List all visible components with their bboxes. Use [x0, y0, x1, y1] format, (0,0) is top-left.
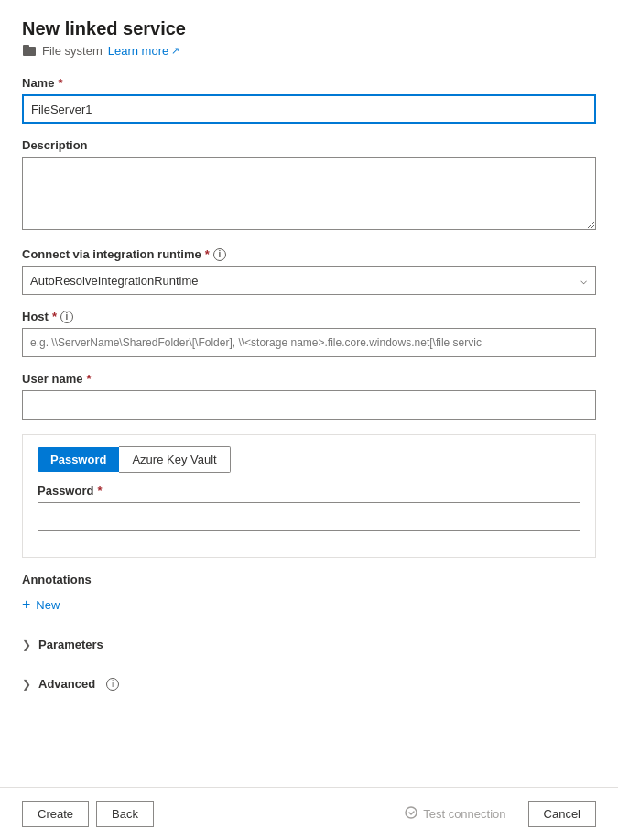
annotations-section: Annotations + New [22, 573, 596, 616]
username-label: User name * [22, 372, 596, 386]
integration-runtime-select-wrapper: AutoResolveIntegrationRuntime ⌵ [22, 266, 596, 295]
description-label: Description [22, 138, 596, 152]
username-required: * [86, 372, 91, 386]
back-button[interactable]: Back [96, 801, 154, 827]
new-annotation-button[interactable]: + New [22, 594, 60, 616]
name-input[interactable] [22, 94, 596, 124]
username-input[interactable] [22, 390, 596, 420]
subtitle-row: File system Learn more ↗ [22, 43, 596, 58]
cancel-button[interactable]: Cancel [528, 801, 596, 827]
password-input[interactable] [38, 502, 580, 531]
advanced-chevron-icon: ❯ [22, 678, 31, 691]
parameters-section: ❯ Parameters [22, 630, 596, 659]
description-group: Description [22, 138, 596, 233]
annotations-label: Annotations [22, 573, 596, 586]
integration-runtime-select[interactable]: AutoResolveIntegrationRuntime [22, 266, 596, 295]
host-label: Host * i [22, 310, 596, 323]
learn-more-link[interactable]: Learn more ↗ [108, 44, 179, 58]
name-label: Name * [22, 76, 596, 90]
password-tab-group: Password Azure Key Vault [38, 446, 580, 473]
svg-point-2 [406, 807, 417, 818]
advanced-label: Advanced [38, 677, 95, 691]
host-group: Host * i [22, 310, 596, 357]
footer-left-actions: Create Back [22, 801, 154, 827]
parameters-label: Parameters [38, 638, 103, 651]
file-system-icon [22, 43, 37, 58]
external-link-icon: ↗ [171, 45, 179, 57]
page-title: New linked service [22, 18, 596, 39]
svg-rect-1 [23, 45, 29, 49]
host-info-icon[interactable]: i [60, 311, 73, 323]
azure-key-vault-tab-button[interactable]: Azure Key Vault [119, 446, 230, 473]
test-connection-button[interactable]: Test connection [390, 801, 520, 827]
password-required: * [97, 484, 102, 497]
integration-runtime-info-icon[interactable]: i [213, 248, 226, 261]
integration-runtime-required: * [205, 247, 210, 261]
host-input[interactable] [22, 328, 596, 357]
integration-runtime-label: Connect via integration runtime * i [22, 247, 596, 261]
create-button[interactable]: Create [22, 801, 89, 827]
advanced-collapsible-header[interactable]: ❯ Advanced i [22, 670, 596, 698]
parameters-collapsible-header[interactable]: ❯ Parameters [22, 630, 596, 659]
test-connection-icon [405, 806, 417, 822]
footer: Create Back Test connection Cancel [0, 787, 618, 840]
username-group: User name * [22, 372, 596, 420]
footer-right-actions: Test connection Cancel [390, 801, 596, 827]
advanced-section: ❯ Advanced i [22, 670, 596, 698]
advanced-info-icon[interactable]: i [106, 678, 119, 691]
password-field-label: Password * [38, 484, 580, 497]
password-section: Password Azure Key Vault Password * [22, 434, 596, 558]
integration-runtime-group: Connect via integration runtime * i Auto… [22, 247, 596, 295]
plus-icon: + [22, 597, 30, 612]
password-tab-button[interactable]: Password [38, 447, 119, 472]
name-required: * [58, 76, 62, 90]
name-group: Name * [22, 76, 596, 124]
description-textarea[interactable] [22, 157, 596, 230]
host-required: * [52, 310, 57, 323]
parameters-chevron-icon: ❯ [22, 638, 31, 651]
password-field-group: Password * [38, 484, 580, 531]
subtitle-text: File system [42, 44, 103, 58]
